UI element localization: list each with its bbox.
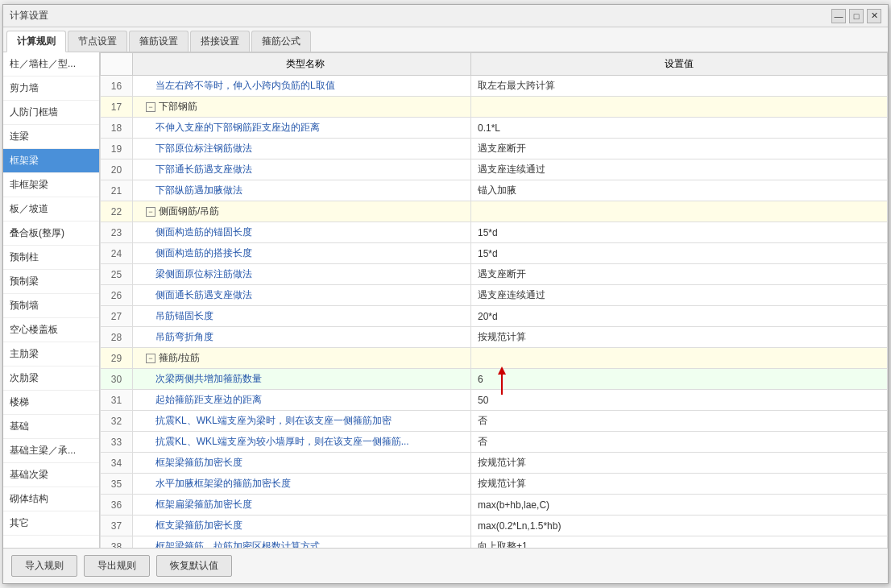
import-rules-button[interactable]: 导入规则 <box>11 555 77 577</box>
row-value: 否 <box>471 411 888 432</box>
sidebar-item-预制梁[interactable]: 预制梁 <box>3 270 99 294</box>
col-header-value: 设置值 <box>471 53 888 76</box>
row-name: 梁侧面原位标注筋做法 <box>133 264 471 285</box>
window-controls: — □ ✕ <box>831 9 881 23</box>
sidebar-item-预制柱[interactable]: 预制柱 <box>3 246 99 270</box>
row-name: －侧面钢筋/吊筋 <box>133 201 471 222</box>
table-row[interactable]: 26侧面通长筋遇支座做法遇支座连续通过 <box>101 285 888 306</box>
row-value: max(0.2*Ln,1.5*hb) <box>471 516 888 536</box>
footer: 导入规则 导出规则 恢复默认值 <box>3 548 888 583</box>
minimize-button[interactable]: — <box>831 9 846 23</box>
row-value: 遇支座连续通过 <box>471 285 888 306</box>
table-row[interactable]: 32抗震KL、WKL端支座为梁时，则在该支座一侧箍筋加密否 <box>101 411 888 432</box>
restore-defaults-button[interactable]: 恢复默认值 <box>156 555 232 577</box>
table-row[interactable]: 24侧面构造筋的搭接长度15*d <box>101 243 888 264</box>
sidebar-item-非框架梁[interactable]: 非框架梁 <box>3 173 99 197</box>
tab-搭接设置[interactable]: 搭接设置 <box>190 31 250 52</box>
row-number: 19 <box>101 139 133 159</box>
tab-计算规则[interactable]: 计算规则 <box>6 31 66 52</box>
settings-table: 类型名称 设置值 16当左右跨不等时，伸入小跨内负筋的L取值取左右最大跨计算17… <box>100 52 888 548</box>
tab-节点设置[interactable]: 节点设置 <box>68 31 127 52</box>
table-row[interactable]: 21下部纵筋遇加腋做法锚入加腋 <box>101 180 888 201</box>
row-name: 下部原位标注钢筋做法 <box>133 139 471 159</box>
row-number: 24 <box>101 243 133 264</box>
tab-箍筋公式[interactable]: 箍筋公式 <box>251 31 311 52</box>
row-number: 22 <box>101 201 133 222</box>
sidebar-item-空心楼盖板[interactable]: 空心楼盖板 <box>3 318 99 342</box>
row-number: 17 <box>101 97 133 118</box>
tab-箍筋设置[interactable]: 箍筋设置 <box>129 31 189 52</box>
main-panel: 类型名称 设置值 16当左右跨不等时，伸入小跨内负筋的L取值取左右最大跨计算17… <box>100 52 888 548</box>
table-row[interactable]: 19下部原位标注钢筋做法遇支座断开 <box>101 139 888 159</box>
export-rules-button[interactable]: 导出规则 <box>84 555 150 577</box>
row-value <box>471 201 888 222</box>
row-name: －下部钢筋 <box>133 97 471 118</box>
row-number: 29 <box>101 348 133 369</box>
row-number: 28 <box>101 327 133 348</box>
table-row[interactable]: 31起始箍筋距支座边的距离50 <box>101 390 888 411</box>
sidebar-item-基础[interactable]: 基础 <box>3 415 99 439</box>
row-number: 21 <box>101 180 133 201</box>
table-row[interactable]: 30次梁两侧共增加箍筋数量6 <box>101 369 888 390</box>
sidebar-item-楼梯[interactable]: 楼梯 <box>3 391 99 415</box>
sidebar-item-其它[interactable]: 其它 <box>3 511 99 536</box>
table-row[interactable]: 34框架梁箍筋加密长度按规范计算 <box>101 453 888 474</box>
collapse-button[interactable]: － <box>146 207 155 217</box>
table-row[interactable]: 36框架扁梁箍筋加密长度max(b+hb,lae,C) <box>101 495 888 516</box>
row-number: 31 <box>101 390 133 411</box>
sidebar-item-板／坡道[interactable]: 板／坡道 <box>3 197 99 222</box>
sidebar-item-基础主梁／承...[interactable]: 基础主梁／承... <box>3 439 99 463</box>
row-name: 侧面构造筋的锚固长度 <box>133 222 471 243</box>
row-number: 20 <box>101 159 133 180</box>
row-number: 23 <box>101 222 133 243</box>
sidebar-item-砌体结构[interactable]: 砌体结构 <box>3 487 99 511</box>
table-row[interactable]: 37框支梁箍筋加密长度max(0.2*Ln,1.5*hb) <box>101 516 888 536</box>
maximize-button[interactable]: □ <box>849 9 864 23</box>
table-container[interactable]: 类型名称 设置值 16当左右跨不等时，伸入小跨内负筋的L取值取左右最大跨计算17… <box>100 52 888 548</box>
row-value: 否 <box>471 432 888 453</box>
row-value: 锚入加腋 <box>471 180 888 201</box>
collapse-button[interactable]: － <box>146 354 155 363</box>
table-row[interactable]: 28吊筋弯折角度按规范计算 <box>101 327 888 348</box>
table-row[interactable]: 25梁侧面原位标注筋做法遇支座断开 <box>101 264 888 285</box>
table-row[interactable]: 23侧面构造筋的锚固长度15*d <box>101 222 888 243</box>
row-name: 框架梁箍筋、拉筋加密区根数计算方式 <box>133 536 471 549</box>
row-value: 按规范计算 <box>471 327 888 348</box>
row-number: 26 <box>101 285 133 306</box>
row-name: 侧面通长筋遇支座做法 <box>133 285 471 306</box>
row-name: 当左右跨不等时，伸入小跨内负筋的L取值 <box>133 76 471 97</box>
sidebar-item-人防门框墙[interactable]: 人防门框墙 <box>3 101 99 125</box>
table-row[interactable]: 18不伸入支座的下部钢筋距支座边的距离0.1*L <box>101 118 888 139</box>
sidebar-item-叠合板(整厚)[interactable]: 叠合板(整厚) <box>3 222 99 246</box>
row-number: 16 <box>101 76 133 97</box>
table-row[interactable]: 35水平加腋框架梁的箍筋加密长度按规范计算 <box>101 474 888 495</box>
collapse-button[interactable]: － <box>146 102 155 112</box>
tabs-bar: 计算规则节点设置箍筋设置搭接设置箍筋公式 <box>3 27 888 52</box>
row-name: 下部通长筋遇支座做法 <box>133 159 471 180</box>
table-row[interactable]: 27吊筋锚固长度20*d <box>101 306 888 327</box>
row-value: 按规范计算 <box>471 474 888 495</box>
sidebar-item-柱／墙柱／型...[interactable]: 柱／墙柱／型... <box>3 52 99 77</box>
row-number: 36 <box>101 495 133 516</box>
col-header-name: 类型名称 <box>133 53 471 76</box>
table-row[interactable]: 16当左右跨不等时，伸入小跨内负筋的L取值取左右最大跨计算 <box>101 76 888 97</box>
sidebar-item-连梁[interactable]: 连梁 <box>3 125 99 149</box>
row-number: 25 <box>101 264 133 285</box>
row-value: 0.1*L <box>471 118 888 139</box>
row-name: 次梁两侧共增加箍筋数量 <box>133 369 471 390</box>
row-name: 吊筋弯折角度 <box>133 327 471 348</box>
sidebar-item-预制墙[interactable]: 预制墙 <box>3 294 99 318</box>
sidebar: 柱／墙柱／型...剪力墙人防门框墙连梁框架梁非框架梁板／坡道叠合板(整厚)预制柱… <box>3 52 100 548</box>
sidebar-item-框架梁[interactable]: 框架梁 <box>3 149 99 173</box>
sidebar-item-次肋梁[interactable]: 次肋梁 <box>3 366 99 391</box>
close-button[interactable]: ✕ <box>867 9 881 23</box>
row-value <box>471 97 888 118</box>
row-number: 32 <box>101 411 133 432</box>
row-value: 遇支座连续通过 <box>471 159 888 180</box>
table-row[interactable]: 20下部通长筋遇支座做法遇支座连续通过 <box>101 159 888 180</box>
table-row[interactable]: 33抗震KL、WKL端支座为较小墙厚时，则在该支座一侧箍筋...否 <box>101 432 888 453</box>
table-row[interactable]: 38框架梁箍筋、拉筋加密区根数计算方式向上取整+1 <box>101 536 888 549</box>
sidebar-item-主肋梁[interactable]: 主肋梁 <box>3 342 99 366</box>
sidebar-item-基础次梁[interactable]: 基础次梁 <box>3 463 99 487</box>
sidebar-item-剪力墙[interactable]: 剪力墙 <box>3 77 99 101</box>
